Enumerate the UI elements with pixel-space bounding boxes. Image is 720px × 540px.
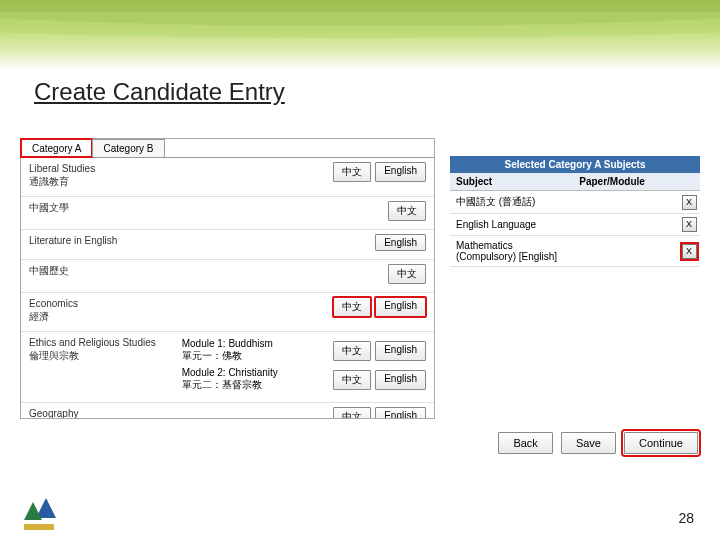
category-tabs: Category ACategory B [21, 139, 434, 158]
remove-button[interactable]: X [682, 217, 697, 232]
lang-chinese-button[interactable]: 中文 [388, 264, 426, 284]
selected-subject: Mathematics (Compulsory) [English] [450, 236, 573, 266]
subject-row: Ethics and Religious Studies倫理與宗教Module … [21, 332, 434, 403]
selected-subject: English Language [450, 215, 573, 234]
lang-english-button[interactable]: English [375, 234, 426, 251]
subject-name: Geography地理 [29, 407, 333, 418]
back-button[interactable]: Back [498, 432, 552, 454]
tab-category-a[interactable]: Category A [21, 139, 92, 157]
selected-table-header: Subject Paper/Module [450, 173, 700, 191]
save-button[interactable]: Save [561, 432, 616, 454]
module-label: Module 1: Buddhism單元一：佛教 [182, 338, 334, 363]
lang-english-button[interactable]: English [375, 297, 426, 317]
lang-chinese-button[interactable]: 中文 [333, 370, 371, 390]
subject-row: Geography地理中文English [21, 403, 434, 418]
subject-name: Literature in English [29, 234, 375, 247]
ea-logo [24, 498, 60, 530]
subject-name: Liberal Studies通識教育 [29, 162, 333, 188]
lang-english-button[interactable]: English [375, 370, 426, 390]
action-bar: Back Save Continue [498, 432, 698, 454]
subject-row: Liberal Studies通識教育中文English [21, 158, 434, 197]
tab-category-b[interactable]: Category B [92, 139, 164, 157]
subject-name: Economics經濟 [29, 297, 333, 323]
selected-row: Mathematics (Compulsory) [English]X [450, 236, 700, 267]
selected-paper [573, 221, 678, 229]
selected-row: 中國語文 (普通話)X [450, 191, 700, 214]
subject-row: Economics經濟中文English [21, 293, 434, 332]
lang-chinese-button[interactable]: 中文 [333, 162, 371, 182]
remove-button[interactable]: X [682, 244, 697, 259]
subject-row: 中國文學中文 [21, 197, 434, 230]
subject-row: 中國歷史中文 [21, 260, 434, 293]
page-number: 28 [678, 510, 694, 526]
header-subject: Subject [450, 173, 573, 190]
subject-name: Ethics and Religious Studies倫理與宗教 [29, 336, 182, 362]
lang-english-button[interactable]: English [375, 162, 426, 182]
continue-button[interactable]: Continue [624, 432, 698, 454]
subject-name: 中國文學 [29, 201, 388, 214]
lang-chinese-button[interactable]: 中文 [333, 341, 371, 361]
lang-chinese-button[interactable]: 中文 [333, 297, 371, 317]
lang-chinese-button[interactable]: 中文 [333, 407, 371, 418]
selected-paper [573, 247, 678, 255]
subject-name: 中國歷史 [29, 264, 388, 277]
lang-english-button[interactable]: English [375, 407, 426, 418]
header-paper: Paper/Module [573, 173, 678, 190]
module-label: Module 2: Christianity單元二：基督宗教 [182, 367, 334, 392]
selected-row: English LanguageX [450, 214, 700, 236]
page-title: Create Candidate Entry [34, 78, 285, 106]
selected-subject: 中國語文 (普通話) [450, 191, 573, 213]
subject-list[interactable]: Liberal Studies通識教育中文English中國文學中文Litera… [21, 158, 434, 418]
lang-chinese-button[interactable]: 中文 [388, 201, 426, 221]
decorative-banner [0, 0, 720, 70]
remove-button[interactable]: X [682, 195, 697, 210]
selected-paper [573, 198, 678, 206]
lang-english-button[interactable]: English [375, 341, 426, 361]
selected-panel-title: Selected Category A Subjects [450, 156, 700, 173]
selected-subjects-panel: Selected Category A Subjects Subject Pap… [450, 156, 700, 267]
subject-selector-panel: Category ACategory B Liberal Studies通識教育… [20, 138, 435, 419]
subject-row: Literature in EnglishEnglish [21, 230, 434, 260]
